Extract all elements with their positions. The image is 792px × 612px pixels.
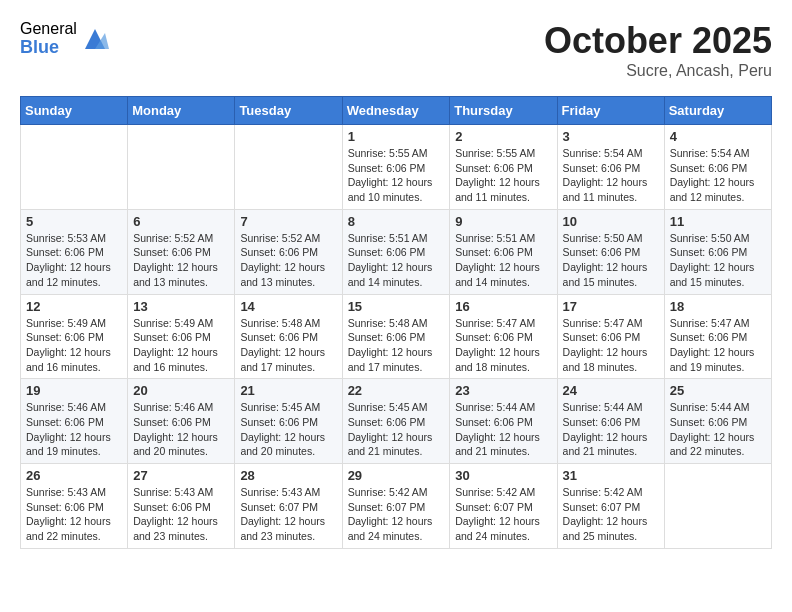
day-info: Sunrise: 5:44 AM Sunset: 6:06 PM Dayligh… (455, 400, 551, 459)
month-title: October 2025 (544, 20, 772, 62)
day-number: 2 (455, 129, 551, 144)
day-number: 20 (133, 383, 229, 398)
calendar-cell (664, 464, 771, 549)
calendar-cell (128, 125, 235, 210)
calendar-cell: 21Sunrise: 5:45 AM Sunset: 6:06 PM Dayli… (235, 379, 342, 464)
logo-icon (81, 25, 109, 53)
calendar-cell: 1Sunrise: 5:55 AM Sunset: 6:06 PM Daylig… (342, 125, 450, 210)
calendar-cell: 17Sunrise: 5:47 AM Sunset: 6:06 PM Dayli… (557, 294, 664, 379)
column-header-friday: Friday (557, 97, 664, 125)
day-info: Sunrise: 5:55 AM Sunset: 6:06 PM Dayligh… (348, 146, 445, 205)
day-number: 21 (240, 383, 336, 398)
day-number: 17 (563, 299, 659, 314)
calendar-cell: 4Sunrise: 5:54 AM Sunset: 6:06 PM Daylig… (664, 125, 771, 210)
day-info: Sunrise: 5:50 AM Sunset: 6:06 PM Dayligh… (563, 231, 659, 290)
calendar-header-row: SundayMondayTuesdayWednesdayThursdayFrid… (21, 97, 772, 125)
day-number: 13 (133, 299, 229, 314)
column-header-wednesday: Wednesday (342, 97, 450, 125)
day-info: Sunrise: 5:53 AM Sunset: 6:06 PM Dayligh… (26, 231, 122, 290)
calendar-cell: 9Sunrise: 5:51 AM Sunset: 6:06 PM Daylig… (450, 209, 557, 294)
day-info: Sunrise: 5:51 AM Sunset: 6:06 PM Dayligh… (348, 231, 445, 290)
calendar-cell: 20Sunrise: 5:46 AM Sunset: 6:06 PM Dayli… (128, 379, 235, 464)
day-info: Sunrise: 5:50 AM Sunset: 6:06 PM Dayligh… (670, 231, 766, 290)
calendar-cell: 15Sunrise: 5:48 AM Sunset: 6:06 PM Dayli… (342, 294, 450, 379)
calendar-cell: 22Sunrise: 5:45 AM Sunset: 6:06 PM Dayli… (342, 379, 450, 464)
calendar-cell (21, 125, 128, 210)
day-number: 12 (26, 299, 122, 314)
day-number: 4 (670, 129, 766, 144)
day-info: Sunrise: 5:54 AM Sunset: 6:06 PM Dayligh… (670, 146, 766, 205)
day-info: Sunrise: 5:47 AM Sunset: 6:06 PM Dayligh… (670, 316, 766, 375)
day-info: Sunrise: 5:42 AM Sunset: 6:07 PM Dayligh… (348, 485, 445, 544)
day-number: 11 (670, 214, 766, 229)
day-info: Sunrise: 5:44 AM Sunset: 6:06 PM Dayligh… (563, 400, 659, 459)
day-number: 24 (563, 383, 659, 398)
day-number: 26 (26, 468, 122, 483)
logo: General Blue (20, 20, 109, 57)
day-info: Sunrise: 5:42 AM Sunset: 6:07 PM Dayligh… (455, 485, 551, 544)
day-info: Sunrise: 5:55 AM Sunset: 6:06 PM Dayligh… (455, 146, 551, 205)
calendar-week-row: 19Sunrise: 5:46 AM Sunset: 6:06 PM Dayli… (21, 379, 772, 464)
day-info: Sunrise: 5:52 AM Sunset: 6:06 PM Dayligh… (240, 231, 336, 290)
calendar-cell: 3Sunrise: 5:54 AM Sunset: 6:06 PM Daylig… (557, 125, 664, 210)
day-number: 10 (563, 214, 659, 229)
day-number: 6 (133, 214, 229, 229)
calendar-cell: 7Sunrise: 5:52 AM Sunset: 6:06 PM Daylig… (235, 209, 342, 294)
day-number: 22 (348, 383, 445, 398)
day-number: 23 (455, 383, 551, 398)
day-info: Sunrise: 5:48 AM Sunset: 6:06 PM Dayligh… (240, 316, 336, 375)
day-info: Sunrise: 5:54 AM Sunset: 6:06 PM Dayligh… (563, 146, 659, 205)
calendar-table: SundayMondayTuesdayWednesdayThursdayFrid… (20, 96, 772, 549)
column-header-sunday: Sunday (21, 97, 128, 125)
day-info: Sunrise: 5:49 AM Sunset: 6:06 PM Dayligh… (133, 316, 229, 375)
calendar-cell: 2Sunrise: 5:55 AM Sunset: 6:06 PM Daylig… (450, 125, 557, 210)
calendar-cell: 29Sunrise: 5:42 AM Sunset: 6:07 PM Dayli… (342, 464, 450, 549)
day-number: 15 (348, 299, 445, 314)
day-number: 1 (348, 129, 445, 144)
calendar-cell: 31Sunrise: 5:42 AM Sunset: 6:07 PM Dayli… (557, 464, 664, 549)
calendar-cell: 27Sunrise: 5:43 AM Sunset: 6:06 PM Dayli… (128, 464, 235, 549)
calendar-week-row: 26Sunrise: 5:43 AM Sunset: 6:06 PM Dayli… (21, 464, 772, 549)
column-header-monday: Monday (128, 97, 235, 125)
day-info: Sunrise: 5:47 AM Sunset: 6:06 PM Dayligh… (563, 316, 659, 375)
logo-blue: Blue (20, 38, 77, 58)
calendar-cell (235, 125, 342, 210)
calendar-cell: 18Sunrise: 5:47 AM Sunset: 6:06 PM Dayli… (664, 294, 771, 379)
day-info: Sunrise: 5:43 AM Sunset: 6:06 PM Dayligh… (26, 485, 122, 544)
day-number: 14 (240, 299, 336, 314)
location-subtitle: Sucre, Ancash, Peru (544, 62, 772, 80)
calendar-cell: 26Sunrise: 5:43 AM Sunset: 6:06 PM Dayli… (21, 464, 128, 549)
day-info: Sunrise: 5:51 AM Sunset: 6:06 PM Dayligh… (455, 231, 551, 290)
day-info: Sunrise: 5:45 AM Sunset: 6:06 PM Dayligh… (348, 400, 445, 459)
calendar-cell: 5Sunrise: 5:53 AM Sunset: 6:06 PM Daylig… (21, 209, 128, 294)
calendar-cell: 30Sunrise: 5:42 AM Sunset: 6:07 PM Dayli… (450, 464, 557, 549)
page-header: General Blue October 2025 Sucre, Ancash,… (20, 20, 772, 80)
day-info: Sunrise: 5:42 AM Sunset: 6:07 PM Dayligh… (563, 485, 659, 544)
day-info: Sunrise: 5:46 AM Sunset: 6:06 PM Dayligh… (26, 400, 122, 459)
calendar-cell: 8Sunrise: 5:51 AM Sunset: 6:06 PM Daylig… (342, 209, 450, 294)
day-number: 7 (240, 214, 336, 229)
calendar-week-row: 12Sunrise: 5:49 AM Sunset: 6:06 PM Dayli… (21, 294, 772, 379)
calendar-week-row: 5Sunrise: 5:53 AM Sunset: 6:06 PM Daylig… (21, 209, 772, 294)
day-info: Sunrise: 5:43 AM Sunset: 6:07 PM Dayligh… (240, 485, 336, 544)
day-info: Sunrise: 5:44 AM Sunset: 6:06 PM Dayligh… (670, 400, 766, 459)
day-number: 16 (455, 299, 551, 314)
calendar-cell: 24Sunrise: 5:44 AM Sunset: 6:06 PM Dayli… (557, 379, 664, 464)
calendar-cell: 16Sunrise: 5:47 AM Sunset: 6:06 PM Dayli… (450, 294, 557, 379)
day-number: 19 (26, 383, 122, 398)
day-number: 28 (240, 468, 336, 483)
calendar-cell: 25Sunrise: 5:44 AM Sunset: 6:06 PM Dayli… (664, 379, 771, 464)
calendar-cell: 28Sunrise: 5:43 AM Sunset: 6:07 PM Dayli… (235, 464, 342, 549)
calendar-cell: 12Sunrise: 5:49 AM Sunset: 6:06 PM Dayli… (21, 294, 128, 379)
title-section: October 2025 Sucre, Ancash, Peru (544, 20, 772, 80)
day-number: 29 (348, 468, 445, 483)
calendar-cell: 13Sunrise: 5:49 AM Sunset: 6:06 PM Dayli… (128, 294, 235, 379)
day-number: 18 (670, 299, 766, 314)
day-info: Sunrise: 5:45 AM Sunset: 6:06 PM Dayligh… (240, 400, 336, 459)
logo-general: General (20, 20, 77, 38)
calendar-cell: 14Sunrise: 5:48 AM Sunset: 6:06 PM Dayli… (235, 294, 342, 379)
calendar-cell: 10Sunrise: 5:50 AM Sunset: 6:06 PM Dayli… (557, 209, 664, 294)
day-info: Sunrise: 5:43 AM Sunset: 6:06 PM Dayligh… (133, 485, 229, 544)
column-header-thursday: Thursday (450, 97, 557, 125)
day-number: 30 (455, 468, 551, 483)
